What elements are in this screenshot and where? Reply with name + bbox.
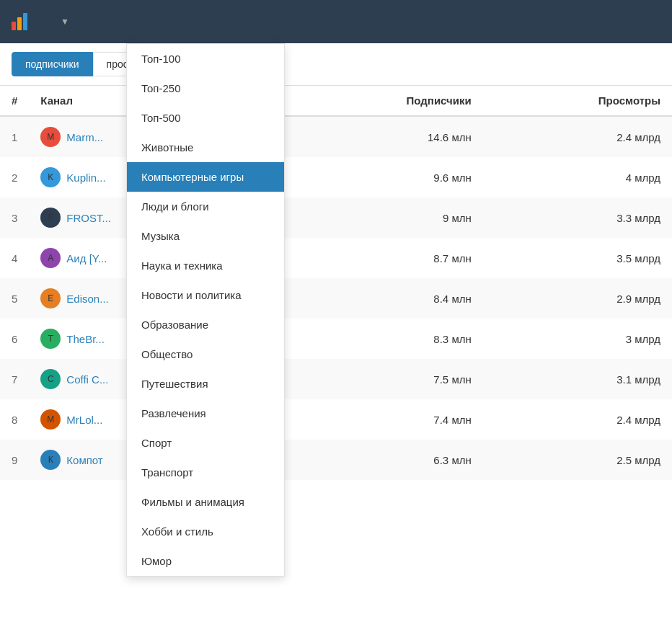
dropdown-item-9[interactable]: Образование (127, 310, 284, 339)
rank-cell: 9 (0, 440, 29, 480)
tab-подписчики[interactable]: подписчики (12, 52, 93, 76)
logo-bar-2 (17, 17, 22, 30)
subscribers-cell: 8.3 млн (288, 319, 483, 359)
dropdown-item-11[interactable]: Путешествия (127, 369, 284, 399)
rank-cell: 8 (0, 399, 29, 440)
channel-name-link[interactable]: MrLol... (66, 414, 102, 426)
header: ▼ (0, 0, 672, 43)
dropdown-item-15[interactable]: Фильмы и анимация (127, 487, 284, 517)
table-row: 2KKuplin...9.6 млн4 млрд (0, 157, 672, 197)
menu-dropdown-button[interactable]: ▼ (48, 11, 78, 32)
views-cell: 2.5 млрд (483, 440, 672, 480)
channel-name-link[interactable]: Kuplin... (66, 172, 105, 184)
views-cell: 3.3 млрд (483, 197, 672, 238)
logo-bar-3 (23, 13, 27, 30)
subscribers-cell: 6.3 млн (288, 440, 483, 480)
subscribers-cell: 7.4 млн (288, 399, 483, 440)
avatar: А (40, 248, 61, 268)
dropdown-item-0[interactable]: Топ-100 (127, 44, 284, 74)
subscribers-cell: 14.6 млн (288, 116, 483, 157)
table-row: 7CCoffi C...7.5 млн3.1 млрд (0, 359, 672, 399)
avatar: C (40, 369, 61, 389)
subscribers-cell: 8.7 млн (288, 238, 483, 278)
subscribers-cell: 8.4 млн (288, 278, 483, 319)
dropdown-item-13[interactable]: Спорт (127, 428, 284, 458)
rank-cell: 1 (0, 116, 29, 157)
dropdown-item-8[interactable]: Новости и политика (127, 280, 284, 310)
table-container: #КаналПодписчикиПросмотры 1MMarm...14.6 … (0, 86, 672, 480)
views-cell: 2.9 млрд (483, 278, 672, 319)
dropdown-item-1[interactable]: Топ-250 (127, 74, 284, 103)
subscribers-cell: 9.6 млн (288, 157, 483, 197)
avatar: К (40, 450, 61, 470)
avatar: T (40, 329, 61, 349)
dropdown-item-16[interactable]: Хобби и стиль (127, 517, 284, 546)
col-header-0: # (0, 86, 29, 116)
avatar: E (40, 288, 61, 308)
avatar: K (40, 167, 61, 187)
views-cell: 2.4 млрд (483, 399, 672, 440)
avatar: M (40, 409, 61, 430)
dropdown-item-2[interactable]: Топ-500 (127, 103, 284, 133)
rank-cell: 5 (0, 278, 29, 319)
logo-icon (12, 13, 27, 30)
logo-bar-1 (12, 22, 16, 30)
chevron-down-icon: ▼ (61, 17, 69, 27)
table-row: 6TTheBr...8.3 млн3 млрд (0, 319, 672, 359)
calculator-link[interactable] (78, 16, 95, 27)
rank-cell: 6 (0, 319, 29, 359)
table-row: 9ККомпот6.3 млн2.5 млрд (0, 440, 672, 480)
subscribers-cell: 7.5 млн (288, 359, 483, 399)
views-cell: 4 млрд (483, 157, 672, 197)
rank-cell: 2 (0, 157, 29, 197)
dropdown-item-17[interactable]: Юмор (127, 546, 284, 576)
col-header-3: Подписчики (288, 86, 483, 116)
channel-name-link[interactable]: Marm... (66, 131, 103, 143)
col-header-4: Просмотры (483, 86, 672, 116)
views-cell: 3 млрд (483, 319, 672, 359)
table-header-row: #КаналПодписчикиПросмотры (0, 86, 672, 116)
table-row: 5EEdison...8.4 млн2.9 млрд (0, 278, 672, 319)
dropdown-menu: Топ-100Топ-250Топ-500ЖивотныеКомпьютерны… (126, 43, 285, 577)
dropdown-item-7[interactable]: Наука и техника (127, 251, 284, 280)
views-cell: 2.4 млрд (483, 116, 672, 157)
dropdown-item-10[interactable]: Общество (127, 339, 284, 369)
logo (12, 13, 33, 30)
dropdown-item-5[interactable]: Люди и блоги (127, 192, 284, 221)
table-row: 1MMarm...14.6 млн2.4 млрд (0, 116, 672, 157)
avatar: M (40, 127, 61, 147)
table-row: 3FFROST...9 млн3.3 млрд (0, 197, 672, 238)
dropdown-item-14[interactable]: Транспорт (127, 458, 284, 487)
channel-name-link[interactable]: Coffi C... (66, 373, 108, 386)
channel-name-link[interactable]: FROST... (66, 212, 111, 224)
table-row: 8MMrLol...7.4 млн2.4 млрд (0, 399, 672, 440)
views-cell: 3.5 млрд (483, 238, 672, 278)
avatar: F (40, 208, 61, 228)
rank-cell: 4 (0, 238, 29, 278)
dropdown-item-3[interactable]: Животные (127, 133, 284, 162)
channel-name-link[interactable]: Аид [Y... (66, 252, 107, 264)
rank-cell: 7 (0, 359, 29, 399)
rankings-table: #КаналПодписчикиПросмотры 1MMarm...14.6 … (0, 86, 672, 480)
dropdown-item-12[interactable]: Развлечения (127, 399, 284, 428)
dropdown-item-6[interactable]: Музыка (127, 221, 284, 251)
rank-cell: 3 (0, 197, 29, 238)
channel-name-link[interactable]: TheBr... (66, 333, 105, 345)
views-cell: 3.1 млрд (483, 359, 672, 399)
dropdown-item-4[interactable]: Компьютерные игры (127, 162, 284, 192)
table-row: 4ААид [Y...8.7 млн3.5 млрд (0, 238, 672, 278)
tab-bar: подписчикипросмотры (0, 43, 672, 86)
subscribers-cell: 9 млн (288, 197, 483, 238)
channel-name-link[interactable]: Edison... (66, 293, 108, 305)
channel-name-link[interactable]: Компот (66, 454, 102, 466)
